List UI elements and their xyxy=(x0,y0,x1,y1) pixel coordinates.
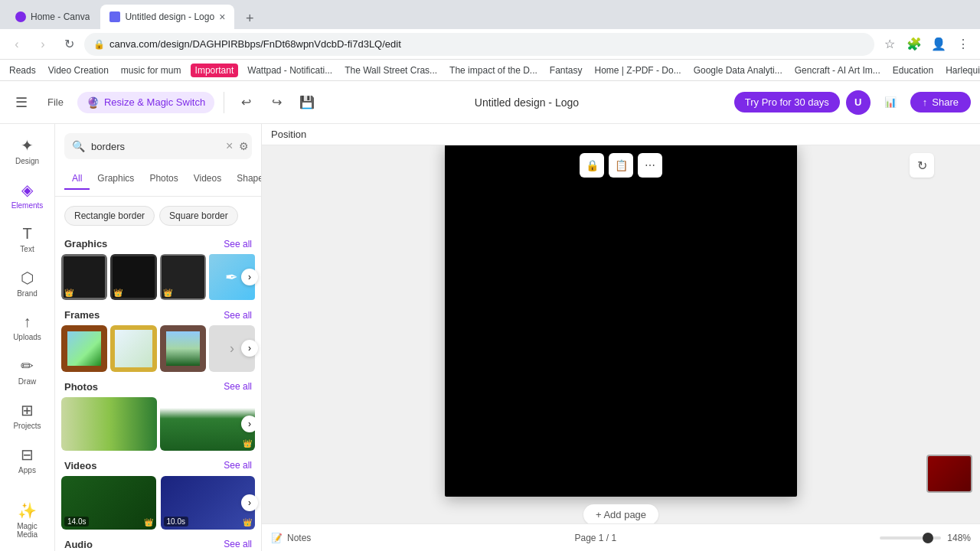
zoom-thumb[interactable] xyxy=(923,533,933,543)
tab-home-label: Home - Canva xyxy=(31,11,90,22)
filter-tab-photos[interactable]: Photos xyxy=(142,168,185,190)
redo-button[interactable]: ↪ xyxy=(264,90,289,115)
page-indicator: Page 1 / 1 xyxy=(574,533,616,543)
bookmark-important[interactable]: Important xyxy=(191,64,239,77)
frames-scroll-right[interactable]: › xyxy=(241,340,258,357)
text-icon: T xyxy=(22,225,31,243)
frame-item-2[interactable] xyxy=(110,325,156,371)
video-item-1[interactable]: 14.0s 👑 xyxy=(61,476,156,530)
try-pro-button[interactable]: Try Pro for 30 days xyxy=(734,92,840,112)
profile-icon[interactable]: 👤 xyxy=(928,34,949,55)
reload-button[interactable]: ↻ xyxy=(58,34,80,55)
share-button[interactable]: ↑ Share xyxy=(910,92,971,112)
extensions-icon[interactable]: 🧩 xyxy=(903,34,925,55)
photo-crown-2: 👑 xyxy=(243,439,252,448)
frames-see-all[interactable]: See all xyxy=(224,310,252,321)
bookmark-impact[interactable]: The impact of the D... xyxy=(446,64,541,77)
graphics-scroll-right[interactable]: › xyxy=(241,269,258,285)
canvas-workspace[interactable]: 🔒 📋 ⋯ ↻ + Add page xyxy=(262,145,980,523)
projects-label: Projects xyxy=(13,422,41,430)
notes-button[interactable]: 📝 Notes xyxy=(271,533,311,543)
hamburger-menu[interactable]: ☰ xyxy=(9,90,34,115)
bookmark-google-data[interactable]: Google Data Analyti... xyxy=(691,64,786,77)
photos-scroll-right[interactable]: › xyxy=(241,416,255,432)
magic-media-label: Magic Media xyxy=(6,522,49,539)
draw-icon: ✏ xyxy=(21,357,34,375)
main-content: ✦ Design ◈ Elements T Text ⬡ Brand ↑ U xyxy=(0,124,980,551)
search-panel: 🔍 × ⚙ All Graphics Photos Videos Shapes … xyxy=(55,124,262,551)
sidebar-icons: ✦ Design ◈ Elements T Text ⬡ Brand ↑ U xyxy=(0,124,55,551)
zoom-slider[interactable] xyxy=(880,536,941,540)
frame-item-3[interactable] xyxy=(160,325,206,371)
search-box[interactable]: 🔍 × ⚙ xyxy=(64,133,252,159)
filter-tab-shapes[interactable]: Shapes xyxy=(229,168,261,190)
draw-label: Draw xyxy=(18,377,36,386)
filter-tab-videos[interactable]: Videos xyxy=(186,168,229,190)
bookmark-reads[interactable]: Reads xyxy=(6,64,39,77)
frame-item-1[interactable] xyxy=(61,325,107,371)
save-button[interactable]: 💾 xyxy=(295,90,319,115)
bookmark-zpdf[interactable]: Home | Z-PDF - Do... xyxy=(592,64,684,77)
bookmark-music[interactable]: music for mum xyxy=(118,64,185,77)
add-page-button[interactable]: + Add page xyxy=(583,504,658,524)
audio-see-all[interactable]: See all xyxy=(224,539,252,549)
brand-label: Brand xyxy=(17,289,38,298)
videos-scroll-right[interactable]: › xyxy=(241,494,258,511)
address-bar[interactable]: 🔒 canva.com/design/DAGHPIRBbps/FnDt68wpn… xyxy=(84,33,874,56)
bookmark-harlequin[interactable]: Harlequin Romance... xyxy=(942,64,980,77)
thumbnail-preview[interactable] xyxy=(926,455,972,493)
bookmark-wsj[interactable]: The Wall Street Cras... xyxy=(341,64,440,77)
graphic-item-1[interactable]: 👑 xyxy=(61,254,107,300)
tab-close-icon[interactable]: × xyxy=(219,11,225,23)
sidebar-item-projects[interactable]: ⊞ Projects xyxy=(3,395,52,436)
bookmark-wattpad[interactable]: Wattpad - Notificati... xyxy=(244,64,335,77)
bookmark-education[interactable]: Education xyxy=(890,64,936,77)
photo-item-1[interactable] xyxy=(61,397,157,451)
canvas-refresh-button[interactable]: ↻ xyxy=(910,153,934,178)
user-avatar[interactable]: U xyxy=(846,90,871,115)
new-tab-button[interactable]: + xyxy=(239,8,260,29)
filter-tab-all[interactable]: All xyxy=(64,168,90,190)
bookmark-gencraft[interactable]: Gencraft - AI Art Im... xyxy=(792,64,884,77)
canvas-lock-icon[interactable]: 🔒 xyxy=(580,153,604,178)
videos-see-all[interactable]: See all xyxy=(224,460,252,471)
graphic-item-2[interactable]: 👑 xyxy=(110,254,156,300)
sidebar-item-brand[interactable]: ⬡ Brand xyxy=(3,262,52,304)
canvas-area: Position 🔒 📋 ⋯ ↻ + Add page xyxy=(262,124,980,551)
canvas-copy-icon[interactable]: 📋 xyxy=(609,153,633,178)
search-filter-icon[interactable]: ⚙ xyxy=(239,140,249,152)
filter-tab-graphics[interactable]: Graphics xyxy=(90,168,142,190)
bookmark-star-icon[interactable]: ☆ xyxy=(879,34,900,55)
tab-untitled[interactable]: Untitled design - Logo × xyxy=(100,5,234,29)
file-button[interactable]: File xyxy=(40,92,71,112)
filter-rectangle-border[interactable]: Rectangle border xyxy=(64,206,155,226)
sidebar-item-elements[interactable]: ◈ Elements xyxy=(3,174,52,216)
filter-square-border[interactable]: Square border xyxy=(159,206,238,226)
photos-see-all[interactable]: See all xyxy=(224,381,252,392)
forward-button[interactable]: › xyxy=(32,34,54,55)
sidebar-item-uploads[interactable]: ↑ Uploads xyxy=(3,307,52,347)
back-button[interactable]: ‹ xyxy=(6,34,28,55)
design-icon: ✦ xyxy=(21,136,34,155)
graphic-item-3[interactable]: 👑 xyxy=(160,254,206,300)
resize-magic-button[interactable]: 🔮 Resize & Magic Switch xyxy=(77,92,214,113)
sidebar-item-apps[interactable]: ⊟ Apps xyxy=(3,439,52,481)
tab-home[interactable]: Home - Canva xyxy=(6,5,99,29)
search-clear-icon[interactable]: × xyxy=(226,139,233,153)
sidebar-item-design[interactable]: ✦ Design xyxy=(3,130,52,171)
sidebar-item-magic-media[interactable]: ✨ Magic Media xyxy=(3,495,52,545)
canvas-more-icon[interactable]: ⋯ xyxy=(638,153,662,178)
sidebar-item-text[interactable]: T Text xyxy=(3,219,52,259)
graphics-see-all[interactable]: See all xyxy=(224,239,252,249)
bookmark-video[interactable]: Video Creation xyxy=(45,64,112,77)
analytics-icon[interactable]: 📊 xyxy=(877,89,904,116)
menu-icon[interactable]: ⋮ xyxy=(952,34,974,55)
undo-button[interactable]: ↩ xyxy=(234,90,258,115)
design-canvas[interactable] xyxy=(445,145,797,497)
design-label: Design xyxy=(15,157,39,165)
crown-badge-2: 👑 xyxy=(113,289,122,297)
search-input[interactable] xyxy=(91,141,220,152)
bookmark-fantasy[interactable]: Fantasy xyxy=(547,64,586,77)
sidebar-item-draw[interactable]: ✏ Draw xyxy=(3,350,52,392)
apps-label: Apps xyxy=(18,466,36,474)
